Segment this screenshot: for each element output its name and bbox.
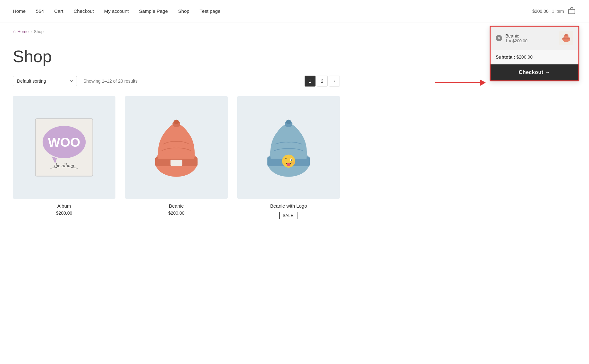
svg-point-25	[291, 159, 292, 160]
cart-item-name: Beanie	[505, 33, 556, 38]
product-image-beanie	[125, 96, 228, 199]
product-price-beanie: $200.00	[125, 211, 228, 216]
product-grid: WOO the album Album $200.00	[13, 96, 340, 219]
shop-toolbar: Default sorting Sort by popularity Sort …	[13, 76, 340, 87]
nav-home[interactable]: Home	[13, 8, 26, 14]
breadcrumb-separator: ›	[30, 29, 32, 34]
cart-subtotal: Subtotal: $200.00	[491, 50, 578, 64]
page-next-button[interactable]: ›	[329, 76, 340, 87]
breadcrumb-home-link[interactable]: Home	[17, 29, 29, 34]
product-card-beanie-logo[interactable]: Beanie with Logo SALE!	[237, 96, 340, 219]
product-image-beanie-logo	[237, 96, 340, 199]
svg-point-26	[287, 163, 290, 166]
product-price-beanie-logo: SALE!	[237, 211, 340, 219]
subtotal-label: Subtotal:	[496, 54, 515, 60]
cart-item-qty: 1 × $200.00	[505, 38, 556, 43]
page-title: Shop	[13, 47, 340, 66]
cart-dropdown: ✕ Beanie 1 × $200.00 Subtotal: $200.00 C…	[490, 26, 579, 81]
product-name-beanie-logo: Beanie with Logo	[237, 203, 340, 209]
breadcrumb-current: Shop	[34, 29, 44, 34]
product-card-album[interactable]: WOO the album Album $200.00	[13, 96, 115, 219]
nav-shop[interactable]: Shop	[178, 8, 189, 14]
cart-dropdown-item: ✕ Beanie 1 × $200.00	[491, 27, 578, 50]
cart-item-thumbnail	[559, 31, 573, 45]
home-icon: ⌂	[13, 29, 15, 34]
header-cart[interactable]: $200.00 1 item	[532, 6, 576, 16]
album-artwork: WOO the album	[28, 112, 100, 183]
main-content: Shop Default sorting Sort by popularity …	[0, 37, 353, 232]
nav-checkout[interactable]: Checkout	[73, 8, 94, 14]
main-nav: Home 564 Cart Checkout My account Sample…	[13, 8, 532, 14]
svg-text:WOO: WOO	[48, 135, 80, 150]
svg-point-24	[291, 159, 292, 161]
svg-text:the album: the album	[54, 163, 74, 168]
results-count: Showing 1–12 of 20 results	[83, 79, 138, 84]
svg-point-5	[565, 34, 568, 36]
nav-test-page[interactable]: Test page	[200, 8, 221, 14]
subtotal-value: $200.00	[517, 54, 533, 60]
product-image-album: WOO the album	[13, 96, 115, 199]
page-1-button[interactable]: 1	[305, 76, 316, 87]
sale-badge: SALE!	[279, 212, 298, 219]
cart-count: 1 item	[552, 9, 564, 14]
remove-item-button[interactable]: ✕	[496, 35, 502, 41]
svg-rect-15	[171, 160, 182, 166]
nav-cart[interactable]: Cart	[54, 8, 63, 14]
red-arrow-annotation	[435, 79, 486, 86]
svg-point-21	[286, 120, 291, 124]
pagination: 1 2 ›	[305, 76, 340, 87]
product-name-album: Album	[13, 203, 115, 209]
sort-select[interactable]: Default sorting Sort by popularity Sort …	[13, 76, 77, 86]
checkout-button[interactable]: Checkout →	[491, 64, 578, 80]
svg-point-17	[174, 120, 179, 124]
product-card-beanie[interactable]: Beanie $200.00	[125, 96, 228, 219]
beanie-orange-artwork	[140, 112, 212, 183]
arrow-head	[480, 79, 486, 86]
arrow-line	[435, 82, 480, 83]
nav-564[interactable]: 564	[36, 8, 44, 14]
nav-my-account[interactable]: My account	[104, 8, 129, 14]
toolbar-left: Default sorting Sort by popularity Sort …	[13, 76, 138, 86]
site-header: Home 564 Cart Checkout My account Sample…	[0, 0, 589, 22]
product-price-album: $200.00	[13, 211, 115, 216]
svg-point-27	[292, 161, 295, 164]
cart-total: $200.00	[532, 9, 549, 14]
svg-rect-0	[568, 9, 575, 14]
product-name-beanie: Beanie	[125, 203, 228, 209]
nav-sample-page[interactable]: Sample Page	[139, 8, 168, 14]
beanie-blue-artwork	[253, 112, 324, 183]
cart-basket-icon	[567, 6, 576, 16]
page-2-button[interactable]: 2	[317, 76, 328, 87]
